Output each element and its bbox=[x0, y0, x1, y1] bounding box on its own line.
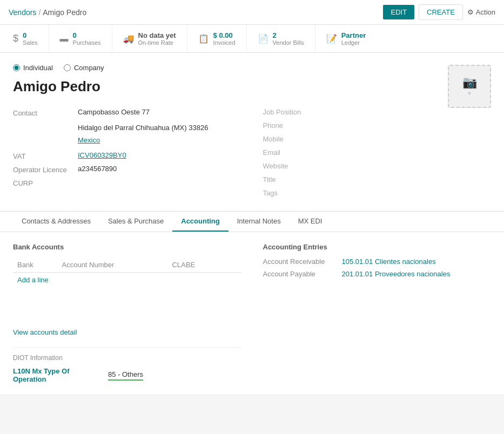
account-receivable-value[interactable]: 105.01.01 Clientes nacionales bbox=[342, 257, 436, 266]
contact-right: Job Position Phone Mobile Email Website … bbox=[263, 108, 492, 202]
dollar-icon: $ bbox=[13, 33, 18, 44]
contact-form: Contact Campobasso Oeste 77 Hidalgo del … bbox=[13, 108, 491, 202]
address-line2: Hidalgo del Parral Chihuahua (MX) 33826 bbox=[78, 121, 241, 134]
col-clabe: CLABE bbox=[167, 257, 225, 273]
stats-bar: $ 0 Sales ▬ 0 Purchases 🚚 No data yet On… bbox=[0, 25, 504, 53]
vat-label: VAT bbox=[13, 151, 78, 160]
individual-radio-label[interactable]: Individual bbox=[13, 64, 53, 72]
stat-on-time[interactable]: 🚚 No data yet On-time Rate bbox=[112, 25, 187, 52]
camera-icon: 📷 bbox=[462, 76, 477, 90]
account-receivable-row: Account Receivable 105.01.01 Clientes na… bbox=[263, 257, 492, 266]
address-country-link[interactable]: Mexico bbox=[78, 136, 100, 144]
main-content: Individual Company Amigo Pedro 📷 + Conta… bbox=[0, 53, 504, 394]
truck-icon: 🚚 bbox=[123, 33, 134, 44]
col-bank: Bank bbox=[13, 257, 58, 273]
bank-accounts-title: Bank Accounts bbox=[13, 243, 241, 251]
stat-vendor-bills-value: 2 bbox=[273, 31, 304, 39]
stat-purchases-label: Purchases bbox=[73, 39, 101, 46]
job-position-row: Job Position bbox=[263, 108, 492, 116]
tags-row: Tags bbox=[263, 189, 492, 197]
bank-accounts-section: Bank Accounts Bank Account Number CLABE bbox=[13, 243, 241, 383]
tabs-container: Contacts & Addresses Sales & Purchase Ac… bbox=[0, 211, 504, 232]
stat-on-time-label: On-time Rate bbox=[138, 39, 176, 46]
contact-left: Contact Campobasso Oeste 77 Hidalgo del … bbox=[13, 108, 241, 202]
vat-row: VAT ICV060329BY0 bbox=[13, 151, 241, 160]
edit-button[interactable]: EDIT bbox=[383, 5, 414, 19]
phone-row: Phone bbox=[263, 121, 492, 130]
operator-label: Operator Licence bbox=[13, 165, 78, 174]
company-radio-label[interactable]: Company bbox=[64, 64, 104, 72]
gear-icon: ⚙ bbox=[467, 8, 474, 16]
curp-row: CURP bbox=[13, 178, 241, 187]
vat-value[interactable]: ICV060329BY0 bbox=[78, 151, 126, 159]
tab-mx-edi[interactable]: MX EDI bbox=[290, 212, 331, 232]
accounting-entries-section: Accounting Entries Account Receivable 10… bbox=[263, 243, 492, 383]
vendor-bills-icon: 📄 bbox=[258, 33, 268, 44]
vendor-name: Amigo Pedro bbox=[13, 78, 491, 95]
tab-contacts[interactable]: Contacts & Addresses bbox=[13, 212, 99, 232]
invoice-dollar-icon: 📋 bbox=[198, 33, 209, 44]
avatar[interactable]: 📷 + bbox=[448, 65, 491, 108]
mobile-row: Mobile bbox=[263, 135, 492, 143]
stat-partner-ledger-label: Ledger bbox=[341, 39, 366, 46]
breadcrumb-parent[interactable]: Vendors bbox=[9, 8, 36, 17]
accounting-entries-title: Accounting Entries bbox=[263, 243, 492, 251]
col-actions bbox=[225, 257, 241, 273]
accounting-tab-content: Bank Accounts Bank Account Number CLABE bbox=[13, 232, 491, 383]
stat-purchases-value: 0 bbox=[73, 31, 101, 39]
breadcrumb-separator: / bbox=[38, 8, 41, 17]
add-line-link[interactable]: Add a line bbox=[13, 273, 53, 287]
view-accounts-link[interactable]: View accounts detail bbox=[13, 328, 77, 336]
account-payable-row: Account Payable 201.01.01 Proveedores na… bbox=[263, 270, 492, 278]
company-radio[interactable] bbox=[64, 64, 71, 71]
create-button[interactable]: CREATE bbox=[419, 4, 463, 20]
breadcrumb: Vendors / Amigo Pedro bbox=[9, 8, 379, 17]
contact-label: Contact bbox=[13, 108, 78, 117]
email-row: Email bbox=[263, 148, 492, 157]
stat-on-time-value: No data yet bbox=[138, 31, 176, 39]
stat-vendor-bills-label: Vendor Bills bbox=[273, 39, 304, 46]
stat-invoiced-label: Invoiced bbox=[213, 39, 236, 46]
breadcrumb-current: Amigo Pedro bbox=[43, 8, 86, 17]
diot-field-row: L10N Mx Type Of Operation 85 - Others bbox=[13, 367, 241, 383]
diot-field-label: L10N Mx Type Of Operation bbox=[13, 367, 99, 383]
stat-partner-ledger[interactable]: 📝 Partner Ledger bbox=[315, 25, 377, 52]
stat-vendor-bills[interactable]: 📄 2 Vendor Bills bbox=[247, 25, 315, 52]
diot-section: DIOT Information L10N Mx Type Of Operati… bbox=[13, 347, 241, 383]
stat-invoiced[interactable]: 📋 $ 0.00 Invoiced bbox=[187, 25, 247, 52]
diot-value-container: 85 - Others bbox=[108, 370, 216, 381]
account-payable-label: Account Payable bbox=[263, 270, 333, 278]
company-label: Company bbox=[74, 64, 104, 72]
ledger-icon: 📝 bbox=[326, 33, 337, 44]
diot-field-value[interactable]: 85 - Others bbox=[108, 370, 143, 381]
account-receivable-label: Account Receivable bbox=[263, 257, 333, 266]
diot-title: DIOT Information bbox=[13, 354, 241, 362]
website-row: Website bbox=[263, 162, 492, 170]
individual-label: Individual bbox=[23, 64, 53, 72]
stat-partner-ledger-value: Partner bbox=[341, 31, 366, 39]
tab-accounting[interactable]: Accounting bbox=[172, 212, 229, 232]
address-block: Hidalgo del Parral Chihuahua (MX) 33826 … bbox=[78, 121, 241, 147]
card-icon: ▬ bbox=[60, 34, 69, 44]
bank-accounts-table: Bank Account Number CLABE bbox=[13, 257, 241, 273]
tab-sales-purchase[interactable]: Sales & Purchase bbox=[99, 212, 172, 232]
account-payable-value[interactable]: 201.01.01 Proveedores nacionales bbox=[342, 270, 451, 278]
title-row: Title bbox=[263, 175, 492, 184]
tab-internal-notes[interactable]: Internal Notes bbox=[229, 212, 290, 232]
operator-value: a234567890 bbox=[78, 165, 241, 173]
add-photo-icon: + bbox=[467, 90, 471, 97]
stat-invoiced-value: $ 0.00 bbox=[213, 31, 236, 39]
col-account-number: Account Number bbox=[58, 257, 168, 273]
type-radio-group: Individual Company bbox=[13, 64, 491, 72]
stat-sales[interactable]: $ 0 Sales bbox=[13, 25, 49, 52]
curp-label: CURP bbox=[13, 178, 78, 187]
action-button[interactable]: ⚙ Action bbox=[467, 8, 495, 16]
individual-radio[interactable] bbox=[13, 64, 20, 71]
contact-row: Contact Campobasso Oeste 77 bbox=[13, 108, 241, 117]
stat-sales-value: 0 bbox=[23, 31, 38, 39]
address-line1: Campobasso Oeste 77 bbox=[78, 108, 241, 116]
operator-row: Operator Licence a234567890 bbox=[13, 165, 241, 174]
stat-sales-label: Sales bbox=[23, 39, 38, 46]
stat-purchases[interactable]: ▬ 0 Purchases bbox=[49, 25, 112, 52]
header: Vendors / Amigo Pedro EDIT CREATE ⚙ Acti… bbox=[0, 0, 504, 25]
